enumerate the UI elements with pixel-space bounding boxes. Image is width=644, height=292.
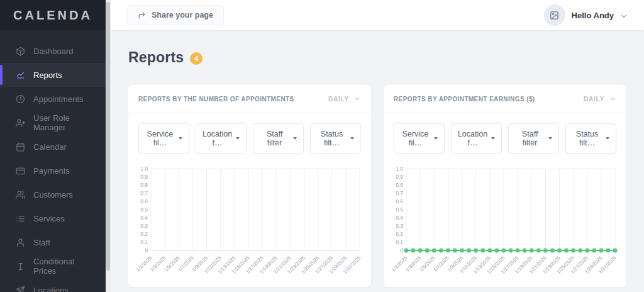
sidebar-item-label: Reports — [33, 70, 62, 80]
earnings-chart: 00.10.20.30.40.50.60.70.80.91.01/1/20251… — [390, 164, 620, 282]
staff-filter-dropdown[interactable]: Staff filter — [253, 123, 304, 154]
status-filt-dropdown[interactable]: Status filt… — [565, 123, 616, 154]
send-icon — [16, 286, 25, 292]
location-f-dropdown[interactable]: Location f… — [196, 123, 247, 154]
svg-text:0.4: 0.4 — [396, 215, 403, 221]
service-fil-dropdown[interactable]: Service fil… — [394, 123, 445, 154]
filter-label: Status filt… — [572, 130, 602, 147]
period-selector[interactable]: DAILY — [328, 95, 361, 103]
sidebar-item-label: Appointments — [33, 94, 84, 104]
filter-label: Staff filter — [260, 130, 289, 147]
status-filt-dropdown[interactable]: Status filt… — [310, 123, 361, 154]
sidebar-item-reports[interactable]: Reports — [0, 63, 106, 87]
page-title: Reports — [128, 49, 184, 66]
chart-line-icon — [16, 70, 25, 80]
svg-text:0.5: 0.5 — [140, 206, 148, 213]
sidebar: CALENDA DashboardReportsAppointmentsUser… — [0, 0, 106, 292]
clock-icon — [16, 94, 25, 104]
caret-down-icon — [236, 137, 240, 140]
svg-text:0: 0 — [145, 247, 148, 254]
box-icon — [16, 47, 25, 56]
image-icon — [550, 11, 559, 20]
svg-text:1.0: 1.0 — [140, 166, 148, 172]
period-label: DAILY — [584, 96, 604, 103]
app-logo: CALENDA — [0, 0, 106, 30]
sidebar-item-user-role-manager[interactable]: User Role Manager — [0, 111, 106, 135]
user-plus-icon — [16, 118, 25, 128]
filter-label: Status filt… — [317, 130, 347, 147]
share-page-label: Share your page — [152, 11, 213, 20]
sidebar-item-label: Conditional Prices — [33, 257, 97, 276]
sidebar-item-label: Services — [33, 214, 65, 223]
card-title: REPORTS BY APPOINTMENT EARNINGS ($) — [394, 96, 535, 103]
filter-label: Service fil… — [145, 130, 175, 147]
filter-label: Location f… — [458, 130, 487, 147]
share-page-button[interactable]: Share your page — [127, 5, 224, 25]
sidebar-item-label: Dashboard — [33, 47, 74, 56]
sidebar-item-customers[interactable]: Customers — [0, 182, 106, 206]
service-fil-dropdown[interactable]: Service fil… — [138, 123, 189, 154]
caret-down-icon — [434, 137, 438, 140]
sidebar-item-locations[interactable]: Locations — [0, 278, 106, 292]
sidebar-item-dashboard[interactable]: Dashboard — [0, 39, 106, 63]
sidebar-scrollbar-thumb[interactable] — [106, 2, 110, 271]
user-icon — [16, 238, 25, 247]
sidebar-scrollbar[interactable] — [106, 0, 111, 292]
sidebar-item-label: Calendar — [33, 142, 67, 152]
chevron-down-icon — [353, 95, 361, 103]
svg-text:0.3: 0.3 — [396, 223, 403, 229]
sidebar-item-conditional-prices[interactable]: Conditional Prices — [0, 254, 106, 278]
share-icon — [138, 11, 146, 20]
report-card-1: REPORTS BY APPOINTMENT EARNINGS ($)DAILY… — [384, 85, 626, 287]
greeting-label: Hello Andy — [572, 11, 614, 20]
svg-text:0.7: 0.7 — [396, 190, 403, 196]
svg-text:0.1: 0.1 — [396, 239, 403, 245]
chevron-down-icon — [620, 11, 628, 19]
svg-text:0.4: 0.4 — [140, 215, 148, 221]
svg-text:0.9: 0.9 — [396, 174, 403, 180]
card-header: REPORTS BY THE NUMBER OF APPOINTMENTSDAI… — [128, 85, 371, 113]
sidebar-item-services[interactable]: Services — [0, 206, 106, 230]
list-icon — [16, 214, 25, 223]
filters-row: Service fil…Location f…Staff filterStatu… — [128, 113, 371, 159]
sidebar-item-label: Locations — [33, 286, 69, 292]
topbar: Share your page Hello Andy — [111, 0, 644, 30]
period-selector[interactable]: DAILY — [584, 95, 616, 103]
svg-text:0.8: 0.8 — [396, 182, 403, 188]
svg-text:0.1: 0.1 — [140, 239, 148, 245]
filters-row: Service fil…Location f…Staff filterStatu… — [384, 113, 626, 159]
svg-text:0.2: 0.2 — [396, 231, 403, 237]
svg-text:0: 0 — [400, 247, 403, 254]
svg-text:0.9: 0.9 — [140, 174, 148, 180]
chart-wrap: 00.10.20.30.40.50.60.70.80.91.01/1/20251… — [128, 159, 371, 287]
caret-down-icon — [179, 137, 182, 140]
staff-filter-dropdown[interactable]: Staff filter — [508, 123, 559, 154]
content: Reports 4 REPORTS BY THE NUMBER OF APPOI… — [111, 30, 644, 292]
filter-label: Staff filter — [515, 130, 545, 147]
main-area: Share your page Hello Andy Reports 4 REP… — [111, 0, 644, 292]
user-menu[interactable]: Hello Andy — [544, 4, 628, 26]
sidebar-item-staff[interactable]: Staff — [0, 230, 106, 254]
svg-text:0.5: 0.5 — [396, 206, 403, 213]
location-f-dropdown[interactable]: Location f… — [451, 123, 502, 154]
cards-row: REPORTS BY THE NUMBER OF APPOINTMENTSDAI… — [128, 85, 626, 287]
sidebar-item-label: Payments — [33, 166, 70, 176]
svg-text:0.6: 0.6 — [396, 198, 403, 205]
sidebar-nav: DashboardReportsAppointmentsUser Role Ma… — [0, 30, 106, 292]
svg-text:1.0: 1.0 — [396, 166, 403, 172]
sidebar-item-calendar[interactable]: Calendar — [0, 135, 106, 159]
caret-down-icon — [293, 137, 297, 140]
chart-wrap: 00.10.20.30.40.50.60.70.80.91.01/1/20251… — [384, 159, 626, 287]
share-icon — [138, 11, 146, 20]
avatar — [544, 4, 565, 26]
filter-label: Service fil… — [401, 130, 430, 147]
sidebar-item-appointments[interactable]: Appointments — [0, 87, 106, 111]
card-title: REPORTS BY THE NUMBER OF APPOINTMENTS — [138, 96, 294, 103]
svg-text:0.7: 0.7 — [140, 190, 148, 196]
sidebar-item-payments[interactable]: Payments — [0, 159, 106, 182]
page-title-row: Reports 4 — [128, 49, 626, 66]
report-card-0: REPORTS BY THE NUMBER OF APPOINTMENTSDAI… — [128, 85, 371, 287]
period-label: DAILY — [328, 96, 349, 103]
chevron-down-icon — [609, 95, 616, 103]
users-icon — [16, 190, 25, 199]
